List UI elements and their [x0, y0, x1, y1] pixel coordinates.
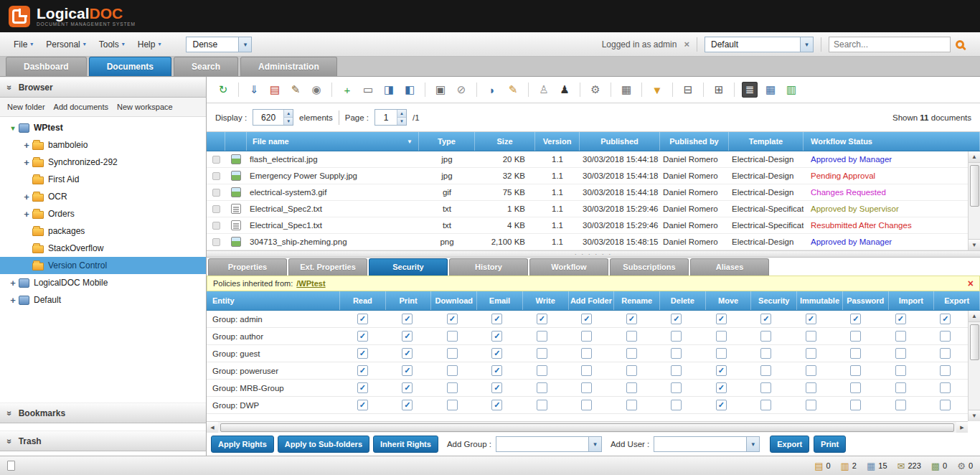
checkbox-import[interactable]: [895, 365, 906, 376]
bookmarks-section-header[interactable]: » Bookmarks: [0, 403, 206, 423]
clipboard-status[interactable]: ▤0: [814, 461, 830, 471]
security-column-export[interactable]: Export: [934, 291, 980, 310]
menu-personal[interactable]: Personal▾: [39, 37, 92, 52]
checkbox-rename[interactable]: [626, 348, 637, 359]
doc-row-304713-ship-zheming-png[interactable]: 304713_ship-zheming.pngpng2,100 KB1.130/…: [207, 234, 968, 250]
checkbox-security[interactable]: [760, 382, 771, 393]
checked-out-docs-status[interactable]: ▥2: [841, 461, 857, 471]
apply-to-sub-folders-button[interactable]: Apply to Sub-folders: [278, 436, 369, 453]
export-icon[interactable]: ⊞: [711, 82, 727, 98]
checkbox-security[interactable]: [760, 365, 771, 376]
chevron-down-icon[interactable]: ▾: [800, 37, 813, 52]
security-row-group-poweruser[interactable]: Group: poweruser✓✓✓✓: [207, 362, 968, 380]
doc-row-electrical-spec2-txt[interactable]: Electrical_Spec2.txttxt1 KB1.130/03/2018…: [207, 201, 968, 217]
checkbox-security[interactable]: ✓: [760, 314, 771, 324]
security-row-group-author[interactable]: Group: author✓✓✓: [207, 328, 968, 345]
filter-icon[interactable]: ▼: [649, 82, 665, 98]
events-status[interactable]: ▩0: [931, 461, 947, 471]
scroll-down-icon[interactable]: ▼: [969, 410, 980, 421]
tree-item-default[interactable]: +Default: [0, 291, 206, 309]
checkbox-add-folder[interactable]: ✓: [581, 314, 592, 324]
security-scrollbar[interactable]: ▲ ▼: [968, 311, 980, 421]
checkbox-import[interactable]: [895, 331, 906, 342]
tab-subscriptions[interactable]: Subscriptions: [610, 258, 689, 276]
checkbox-add-folder[interactable]: [581, 382, 592, 393]
doc-row-electrical-spec1-txt[interactable]: Electrical_Spec1.txttxt4 KB1.130/03/2018…: [207, 217, 968, 234]
security-column-entity[interactable]: Entity: [207, 291, 340, 310]
security-row-group-admin[interactable]: Group: admin✓✓✓✓✓✓✓✓✓✓✓✓✓✓: [207, 311, 968, 328]
column-header-template[interactable]: Template: [729, 132, 804, 151]
tab-administration[interactable]: Administration: [240, 57, 337, 76]
scroll-up-icon[interactable]: ▲: [969, 151, 980, 163]
checkbox-export[interactable]: [940, 331, 951, 342]
locked-docs-status[interactable]: ▦15: [867, 461, 887, 471]
browser-section-header[interactable]: » Browser: [0, 77, 206, 98]
tab-documents[interactable]: Documents: [89, 57, 171, 76]
checkbox-security[interactable]: [760, 400, 771, 410]
checkbox-move[interactable]: ✓: [716, 400, 727, 410]
scroll-thumb[interactable]: [970, 324, 979, 360]
scan-icon[interactable]: ▭: [360, 82, 376, 98]
checkbox-write[interactable]: [537, 331, 547, 342]
checkbox-delete[interactable]: [671, 382, 682, 393]
security-column-immutable[interactable]: Immutable: [797, 291, 843, 310]
import-cloud-icon[interactable]: ◧: [402, 82, 418, 98]
menu-help[interactable]: Help▾: [131, 37, 168, 52]
expand-icon[interactable]: +: [21, 209, 32, 220]
apply-rights-button[interactable]: Apply Rights: [211, 436, 274, 453]
security-row-group-dwp[interactable]: Group: DWP✓✓✓✓: [207, 397, 968, 414]
scroll-thumb[interactable]: [220, 423, 954, 432]
tab-search[interactable]: Search: [174, 57, 238, 76]
security-column-read[interactable]: Read: [340, 291, 386, 310]
checkbox-email[interactable]: ✓: [491, 382, 502, 393]
checkbox-delete[interactable]: [671, 331, 682, 342]
checkbox-rename[interactable]: [626, 331, 637, 342]
checkbox-email[interactable]: ✓: [491, 314, 502, 324]
documents-scrollbar[interactable]: ▲ ▼: [968, 151, 980, 250]
column-header-published-by[interactable]: Published by: [660, 132, 729, 151]
menu-tools[interactable]: Tools▾: [93, 37, 131, 52]
tree-item-wptest[interactable]: ▾WPtest: [0, 119, 206, 136]
spin-up-icon[interactable]: ▲: [284, 110, 293, 118]
capture-icon[interactable]: ▣: [433, 82, 448, 98]
security-row-group-mrb-group[interactable]: Group: MRB-Group✓✓✓✓: [207, 380, 968, 397]
tree-item-orders[interactable]: +Orders: [0, 205, 206, 222]
checkbox-write[interactable]: [537, 348, 547, 359]
checkbox-email[interactable]: ✓: [491, 400, 502, 410]
checkbox-password[interactable]: [850, 382, 861, 393]
security-column-download[interactable]: Download: [431, 291, 477, 310]
export-button[interactable]: Export: [770, 436, 809, 453]
checkbox-email[interactable]: ✓: [491, 365, 502, 376]
comment-icon[interactable]: ◗: [484, 82, 500, 98]
checkbox-read[interactable]: ✓: [357, 365, 368, 376]
checkbox-password[interactable]: [850, 331, 861, 342]
workflow-tasks-status[interactable]: ⚙0: [957, 461, 973, 471]
checkbox-immutable[interactable]: [806, 331, 816, 342]
export-pdf-icon[interactable]: ▤: [267, 82, 283, 98]
security-row-group-guest[interactable]: Group: guest✓✓✓: [207, 345, 968, 362]
checkbox-immutable[interactable]: [806, 400, 816, 410]
expand-icon[interactable]: +: [21, 192, 32, 202]
tab-properties[interactable]: Properties: [208, 258, 287, 276]
column-header-icon[interactable]: [225, 132, 247, 151]
checkbox-print[interactable]: ✓: [402, 365, 413, 376]
security-column-write[interactable]: Write: [523, 291, 569, 310]
security-column-password[interactable]: Password: [843, 291, 889, 310]
tab-security[interactable]: Security: [369, 258, 448, 276]
checkbox-write[interactable]: [537, 382, 547, 393]
checkbox-delete[interactable]: [671, 348, 682, 359]
checkbox-print[interactable]: ✓: [402, 400, 413, 410]
display-count-spinner[interactable]: 620 ▲▼: [253, 109, 293, 126]
download-icon[interactable]: ⇓: [246, 82, 262, 98]
checkbox-move[interactable]: ✓: [716, 314, 727, 324]
scroll-thumb[interactable]: [970, 165, 979, 207]
tab-workflow[interactable]: Workflow: [529, 258, 608, 276]
checkbox-read[interactable]: ✓: [357, 348, 368, 359]
checkbox-export[interactable]: [940, 365, 951, 376]
checkbox-print[interactable]: ✓: [402, 331, 413, 342]
checkbox-email[interactable]: ✓: [491, 348, 502, 359]
skin-combo[interactable]: Default ▾: [705, 37, 814, 52]
refresh-icon[interactable]: ↻: [215, 82, 231, 98]
spin-down-icon[interactable]: ▼: [284, 118, 293, 125]
checkbox-add-folder[interactable]: [581, 400, 592, 410]
